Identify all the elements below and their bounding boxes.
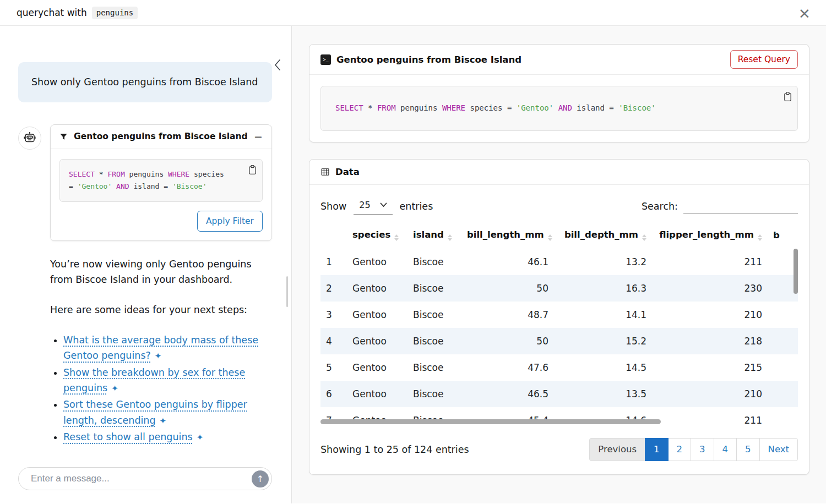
table-row: 2GentooBiscoe5016.3230 — [320, 275, 798, 302]
page-button-1[interactable]: 1 — [645, 438, 669, 461]
search-label: Search: — [642, 201, 678, 212]
suggestion-link[interactable]: Show the breakdown by sex for these peng… — [63, 367, 245, 393]
sql-line: = 'Gentoo' AND island = 'Biscoe' — [69, 180, 253, 193]
column-header[interactable]: island — [407, 222, 461, 249]
app-title: querychat with penguins — [17, 7, 138, 19]
entries-label: entries — [400, 201, 433, 212]
page-button-next[interactable]: Next — [759, 438, 798, 461]
filter-card-body: SELECT * FROM penguins WHERE species = '… — [51, 149, 271, 240]
collapse-card-button[interactable]: − — [254, 132, 263, 142]
dataset-chip: penguins — [92, 7, 138, 19]
page-button-5[interactable]: 5 — [736, 438, 760, 461]
sql-code-block: SELECT * FROM penguins WHERE species = '… — [320, 86, 798, 131]
dashboard: >_ Gentoo penguins from Biscoe Island Re… — [292, 26, 826, 503]
table-row: 1GentooBiscoe46.113.2211 — [320, 249, 798, 275]
filter-card: Gentoo penguins from Biscoe Island − SEL… — [50, 124, 272, 241]
app-content: Show only Gentoo penguins from Biscoe Is… — [0, 26, 826, 503]
column-header[interactable]: bill_depth_mm — [554, 222, 652, 249]
sidebar-collapse-button[interactable] — [274, 59, 281, 73]
search-input[interactable] — [683, 199, 798, 213]
sidebar-resize-handle[interactable] — [286, 276, 288, 307]
query-card-title: Gentoo penguins from Biscoe Island — [336, 54, 521, 65]
bot-message-content: Gentoo penguins from Biscoe Island − SEL… — [50, 124, 272, 446]
filter-card-actions: Apply Filter — [59, 211, 263, 232]
data-table-viewport: speciesislandbill_length_mmbill_depth_mm… — [320, 222, 798, 426]
show-label: Show — [320, 201, 346, 212]
table-icon — [320, 167, 330, 177]
sort-icon — [642, 234, 646, 241]
filter-card-title: Gentoo penguins from Biscoe Island — [74, 132, 248, 141]
page-button-3[interactable]: 3 — [691, 438, 714, 461]
suggestion-item: Reset to show all penguins✦ — [63, 429, 272, 445]
sort-icon — [394, 234, 399, 241]
chat-input-area: ↑ — [0, 461, 291, 503]
copy-icon[interactable] — [247, 163, 258, 178]
sql-line: SELECT * FROM penguins WHERE species — [69, 168, 253, 180]
column-header[interactable]: species — [347, 222, 407, 249]
bot-paragraph: You’re now viewing only Gentoo penguins … — [50, 256, 272, 287]
page-button-4[interactable]: 4 — [714, 438, 737, 461]
arrow-up-icon: ↑ — [257, 474, 264, 484]
query-card-header: >_ Gentoo penguins from Biscoe Island Re… — [309, 45, 809, 75]
bot-paragraph: Here are some ideas for your next steps: — [50, 302, 272, 317]
vertical-scrollbar[interactable] — [794, 249, 798, 294]
sort-icon — [448, 234, 452, 241]
sort-icon — [758, 234, 762, 241]
column-header[interactable]: flipper_length_mm — [652, 222, 768, 249]
message-input[interactable] — [18, 467, 272, 490]
bot-message: Gentoo penguins from Biscoe Island − SEL… — [18, 124, 272, 446]
close-icon[interactable]: × — [798, 6, 811, 20]
apply-filter-button[interactable]: Apply Filter — [197, 211, 263, 232]
copy-icon[interactable] — [782, 90, 794, 105]
search-control: Search: — [642, 199, 798, 213]
table-body: 1GentooBiscoe46.113.22112GentooBiscoe501… — [320, 249, 798, 426]
pagination: Previous12345Next — [589, 438, 798, 461]
data-table: speciesislandbill_length_mmbill_depth_mm… — [320, 222, 798, 426]
sql-line: SELECT * FROM penguins WHERE species = '… — [335, 102, 783, 115]
sparkle-icon: ✦ — [197, 431, 204, 444]
table-controls: Show 25 entries Search: — [320, 198, 798, 215]
suggestion-item: What is the average body mass of these G… — [63, 332, 272, 364]
suggestion-list: What is the average body mass of these G… — [50, 332, 272, 445]
sparkle-icon: ✦ — [111, 382, 118, 395]
chevron-left-icon — [274, 59, 281, 71]
filter-icon — [59, 133, 68, 141]
suggestion-item: Show the breakdown by sex for these peng… — [63, 365, 272, 396]
sparkle-icon: ✦ — [160, 414, 167, 428]
suggestion-link[interactable]: Reset to show all penguins — [63, 431, 193, 442]
table-footer: Showing 1 to 25 of 124 entries Previous1… — [320, 438, 798, 461]
table-row: 6GentooBiscoe46.513.5210 — [320, 381, 798, 407]
bot-text: You’re now viewing only Gentoo penguins … — [50, 256, 272, 445]
page-button-previous[interactable]: Previous — [589, 438, 645, 461]
entries-info: Showing 1 to 25 of 124 entries — [320, 444, 469, 455]
reset-query-button[interactable]: Reset Query — [730, 50, 798, 69]
column-header — [320, 222, 347, 249]
table-row: 3GentooBiscoe48.714.1210 — [320, 302, 798, 328]
query-card: >_ Gentoo penguins from Biscoe Island Re… — [309, 44, 809, 143]
chevron-down-icon — [380, 202, 387, 207]
data-card: Data Show 25 entries Search: — [309, 159, 809, 475]
table-header-row: speciesislandbill_length_mmbill_depth_mm… — [320, 222, 798, 249]
app-title-text: querychat with — [17, 7, 87, 18]
page-length-control: Show 25 entries — [320, 198, 433, 215]
sort-icon — [548, 234, 552, 241]
column-header[interactable]: bill_length_mm — [461, 222, 554, 249]
table-row: 4GentooBiscoe5015.2218 — [320, 328, 798, 354]
column-header: b — [768, 222, 798, 249]
horizontal-scrollbar[interactable] — [320, 419, 661, 424]
titlebar: querychat with penguins × — [0, 0, 826, 26]
page-button-2[interactable]: 2 — [668, 438, 692, 461]
sparkle-icon: ✦ — [155, 349, 162, 363]
chat-sidebar: Show only Gentoo penguins from Biscoe Is… — [0, 26, 292, 503]
sql-code-block: SELECT * FROM penguins WHERE species = '… — [59, 159, 263, 202]
suggestion-item: Sort these Gentoo penguins by flipper le… — [63, 397, 272, 428]
suggestion-link[interactable]: Sort these Gentoo penguins by flipper le… — [63, 399, 247, 425]
filter-card-header: Gentoo penguins from Biscoe Island − — [51, 125, 271, 149]
terminal-icon: >_ — [320, 54, 331, 65]
send-button[interactable]: ↑ — [252, 470, 269, 487]
data-card-header: Data — [309, 160, 809, 185]
table-row: 5GentooBiscoe47.614.5215 — [320, 354, 798, 381]
robot-icon — [23, 131, 37, 145]
user-message-bubble: Show only Gentoo penguins from Biscoe Is… — [18, 62, 272, 102]
page-size-select[interactable]: 25 — [354, 198, 392, 215]
